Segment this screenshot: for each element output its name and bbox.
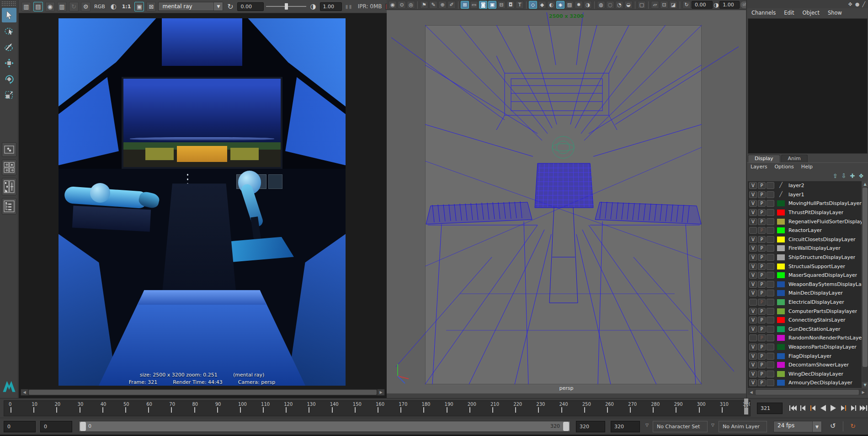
layout-four-pane-button[interactable] bbox=[2, 160, 16, 175]
current-time-marker[interactable]: 321 bbox=[744, 398, 748, 414]
pivot-icon[interactable]: ⊡ bbox=[660, 1, 668, 9]
refresh-ipr-icon[interactable]: ↻ bbox=[69, 2, 79, 11]
layer-mode-toggle[interactable] bbox=[767, 245, 774, 252]
step-forward-key-button[interactable] bbox=[838, 402, 848, 414]
isolate-select-icon[interactable]: ▢ bbox=[638, 1, 646, 9]
layer-row[interactable]: V P ThrustPitDisplayLayer bbox=[748, 208, 862, 217]
one-to-one-button[interactable]: 1:1 bbox=[121, 3, 133, 11]
layer-color-swatch[interactable] bbox=[777, 371, 785, 377]
layer-mode-toggle[interactable] bbox=[767, 254, 774, 261]
layer-name[interactable]: WingDecDisplayLayer bbox=[788, 371, 843, 377]
layer-mode-toggle[interactable] bbox=[767, 361, 774, 368]
layer-name[interactable]: WeaponBaySytemsDisplayLaye bbox=[788, 281, 862, 287]
layer-visibility-toggle[interactable]: V bbox=[749, 209, 757, 216]
playback-end-field[interactable]: 320 bbox=[576, 421, 605, 432]
layer-mode-toggle[interactable] bbox=[767, 344, 774, 350]
redo-previous-render-icon[interactable]: ▤ bbox=[33, 2, 43, 11]
snapshot-icon[interactable]: ◉ bbox=[45, 2, 55, 11]
motion-blur-icon[interactable]: ◌ bbox=[606, 1, 614, 9]
channel-box-menu-item[interactable]: Object bbox=[803, 10, 820, 16]
layer-visibility-toggle[interactable]: V bbox=[749, 344, 757, 350]
ipr-render-icon[interactable]: ▥ bbox=[57, 2, 67, 11]
play-forward-button[interactable] bbox=[828, 402, 838, 414]
pause-ipr-icon[interactable]: ▮▮ bbox=[344, 3, 354, 11]
layer-row[interactable]: V P WingDecDisplayLayer bbox=[748, 369, 862, 378]
layer-mode-toggle[interactable] bbox=[767, 334, 774, 341]
layer-playback-toggle[interactable]: P bbox=[758, 272, 766, 279]
layer-mode-toggle[interactable] bbox=[767, 308, 774, 315]
move-layer-up-icon[interactable]: ⇧ bbox=[833, 172, 838, 179]
layer-name[interactable]: ConnectingStairsLayer bbox=[788, 317, 846, 323]
auto-keyframe-toggle[interactable]: ↻ bbox=[848, 421, 857, 431]
scale-tool-button[interactable] bbox=[2, 88, 16, 102]
layer-playback-toggle[interactable]: P bbox=[758, 236, 766, 243]
layer-playback-toggle[interactable]: P bbox=[758, 245, 766, 252]
layer-mode-toggle[interactable] bbox=[767, 263, 774, 270]
anim-layer-dropdown-icon[interactable]: ▽ bbox=[711, 423, 714, 427]
layer-row[interactable]: V P RegenativeFluidSorterDisplayL bbox=[748, 217, 862, 226]
layer-playback-toggle[interactable]: P bbox=[758, 379, 766, 386]
layer-color-swatch[interactable] bbox=[777, 281, 785, 287]
render-sphere-icon[interactable]: ● bbox=[855, 1, 860, 7]
layer-visibility-toggle[interactable]: V bbox=[749, 281, 757, 288]
layer-color-swatch[interactable] bbox=[777, 219, 785, 225]
step-forward-frame-button[interactable] bbox=[848, 402, 858, 414]
camera-attributes-icon[interactable]: ◎ bbox=[407, 1, 415, 9]
viewport-canvas[interactable]: 2500 x 3200 persp bbox=[387, 10, 746, 393]
layer-playback-toggle[interactable]: P bbox=[758, 218, 766, 225]
multisample-icon[interactable]: ◔ bbox=[615, 1, 623, 9]
layer-mode-toggle[interactable] bbox=[767, 326, 774, 333]
exposure-icon[interactable]: ↻ bbox=[682, 1, 691, 9]
layer-color-swatch[interactable]: ╱ bbox=[777, 183, 785, 188]
scroll-up-icon[interactable]: ▲ bbox=[862, 181, 868, 187]
layer-playback-toggle[interactable]: P bbox=[758, 326, 766, 333]
safe-title-icon[interactable]: T bbox=[516, 1, 524, 9]
go-to-start-button[interactable] bbox=[788, 402, 798, 414]
layer-color-swatch[interactable] bbox=[777, 380, 785, 386]
layer-visibility-toggle[interactable]: V bbox=[749, 272, 757, 279]
layer-playback-toggle[interactable]: P bbox=[758, 371, 766, 377]
layer-color-swatch[interactable] bbox=[777, 317, 785, 323]
layer-color-swatch[interactable] bbox=[777, 290, 785, 296]
layer-playback-toggle[interactable]: P bbox=[758, 299, 766, 306]
layer-mode-toggle[interactable] bbox=[767, 379, 774, 386]
render-current-frame-icon[interactable]: ▥ bbox=[21, 2, 31, 11]
lasso-tool-button[interactable] bbox=[2, 24, 16, 38]
layer-mode-toggle[interactable] bbox=[767, 290, 774, 296]
range-start-handle[interactable] bbox=[80, 422, 86, 431]
layer-mode-toggle[interactable] bbox=[767, 182, 774, 189]
layer-row[interactable]: V P ConnectingStairsLayer bbox=[748, 316, 862, 325]
layer-color-swatch[interactable] bbox=[777, 272, 785, 278]
layer-color-swatch[interactable] bbox=[777, 264, 785, 269]
layer-name[interactable]: DecomtamShowerLayer bbox=[788, 362, 849, 368]
layer-name[interactable]: ComputerPartsDisplaylayer bbox=[788, 308, 857, 314]
playback-start-field[interactable]: 0 bbox=[40, 421, 72, 432]
layer-mode-toggle[interactable] bbox=[767, 227, 774, 234]
layer-mode-toggle[interactable] bbox=[767, 371, 774, 377]
viewport-gamma-field[interactable]: 1.00 bbox=[719, 1, 740, 9]
layer-mode-toggle[interactable] bbox=[767, 317, 774, 323]
layer-playback-toggle[interactable]: P bbox=[758, 334, 766, 341]
scroll-right-icon[interactable]: ▶ bbox=[860, 389, 867, 395]
film-gate-icon[interactable]: ▭ bbox=[470, 1, 478, 9]
scroll-thumb[interactable] bbox=[29, 390, 377, 395]
layer-editor-menu-item[interactable]: Help bbox=[801, 164, 813, 170]
gate-mask-icon[interactable]: ▣ bbox=[488, 1, 496, 9]
layer-color-swatch[interactable] bbox=[777, 362, 785, 368]
renderer-dropdown[interactable]: mental ray ▼ bbox=[158, 2, 223, 11]
layer-name[interactable]: ThrustPitDisplayLayer bbox=[788, 210, 843, 215]
current-frame-field[interactable]: 321 bbox=[757, 403, 783, 414]
layer-visibility-toggle[interactable]: V bbox=[749, 191, 757, 198]
layer-playback-toggle[interactable]: P bbox=[758, 182, 766, 189]
layer-color-swatch[interactable] bbox=[777, 308, 785, 314]
textured-icon[interactable]: ◈ bbox=[556, 1, 564, 9]
rgb-channels-button[interactable]: RGB bbox=[93, 3, 107, 11]
layer-visibility-toggle[interactable]: V bbox=[749, 379, 757, 386]
range-end-handle[interactable] bbox=[563, 422, 569, 431]
transparency-icon[interactable]: ▨ bbox=[565, 1, 574, 9]
layer-row[interactable]: V P ArmouryDecDisplayLayer bbox=[748, 378, 862, 388]
wireframe-icon[interactable]: ◇ bbox=[529, 1, 537, 9]
layer-row[interactable]: V P MainDecDisplayLayer bbox=[748, 289, 862, 298]
layer-row[interactable]: V P ComputerPartsDisplaylayer bbox=[748, 307, 862, 316]
layer-playback-toggle[interactable]: P bbox=[758, 191, 766, 198]
